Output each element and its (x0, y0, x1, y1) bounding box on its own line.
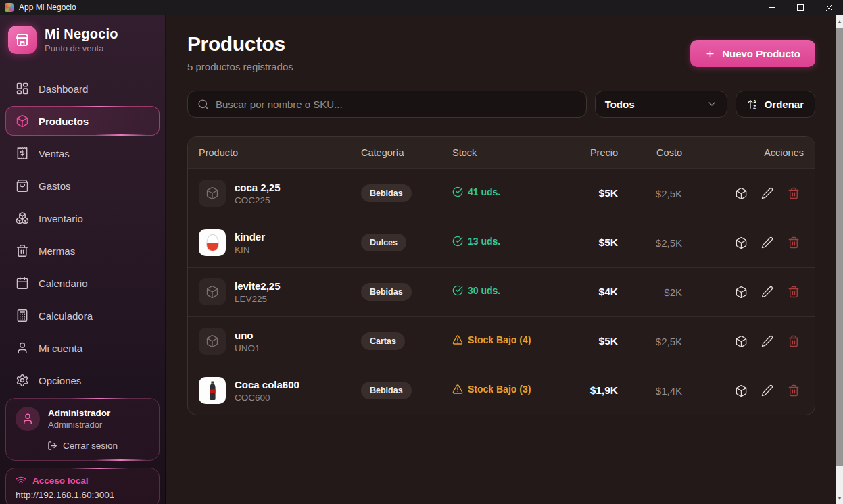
table-row: coca 2,25 COC225 Bebidas 41 uds. $5K $2,… (188, 168, 815, 218)
sort-label: Ordenar (765, 99, 804, 110)
product-sku: UNO1 (235, 343, 260, 353)
sort-button[interactable]: AZ Ordenar (736, 91, 815, 118)
scroll-down-arrow[interactable]: ▼ (836, 493, 843, 503)
brand-subtitle: Punto de venta (45, 43, 118, 53)
user-role: Administrador (48, 420, 110, 430)
sidebar-item-ventas[interactable]: Ventas (5, 138, 160, 168)
stock-package-button[interactable] (731, 282, 751, 302)
stock-text: 13 uds. (468, 236, 500, 247)
svg-text:Z: Z (753, 104, 756, 109)
col-acciones: Acciones (682, 147, 804, 158)
product-placeholder-icon (199, 278, 226, 305)
new-product-button[interactable]: Nuevo Producto (690, 40, 815, 67)
delete-button[interactable] (784, 183, 804, 203)
edit-button[interactable] (757, 331, 777, 351)
product-cost: $2,5K (618, 188, 682, 199)
sidebar-item-label: Gastos (39, 180, 71, 192)
sidebar-item-calculadora[interactable]: Calculadora (5, 301, 160, 330)
table-row: levite2,25 LEV225 Bebidas 30 uds. $4K $2… (188, 267, 815, 316)
kinder-egg-graphic (206, 234, 219, 251)
user-icon (16, 341, 29, 355)
calculator-icon (16, 309, 29, 322)
product-placeholder-icon (199, 180, 226, 207)
close-button[interactable] (815, 0, 843, 15)
warning-triangle-icon (452, 384, 463, 395)
table-row: kinder KIN Dulces 13 uds. $5K $2,5K (188, 218, 815, 267)
check-circle-icon (452, 285, 463, 296)
brand-name: Mi Negocio (45, 26, 118, 42)
product-price: $4K (560, 286, 618, 298)
delete-button[interactable] (784, 232, 804, 253)
search-box (187, 91, 587, 118)
sidebar-item-label: Ventas (39, 148, 70, 159)
delete-button[interactable] (784, 282, 804, 302)
products-table: Producto Categoría Stock Precio Costo Ac… (187, 136, 815, 415)
category-filter-select[interactable]: Todos (595, 91, 727, 118)
product-sku: COC600 (235, 393, 299, 403)
stock-text: Stock Bajo (3) (468, 384, 531, 395)
product-name: coca 2,25 (235, 182, 281, 193)
brand: Mi Negocio Punto de venta (0, 15, 165, 64)
edit-button[interactable] (757, 282, 777, 302)
avatar (16, 407, 40, 431)
user-name: Administrador (48, 408, 110, 418)
stock-text: 30 uds. (468, 285, 500, 296)
stock-package-button[interactable] (731, 331, 751, 351)
logout-button[interactable]: Cerrar sesión (16, 440, 149, 451)
minimize-button[interactable] (758, 0, 786, 15)
sidebar: Mi Negocio Punto de venta Dashboard Prod… (0, 15, 166, 504)
category-badge: Bebidas (361, 382, 412, 399)
sidebar-item-label: Dashboard (39, 83, 88, 95)
sidebar-item-mi-cuenta[interactable]: Mi cuenta (5, 333, 160, 363)
sidebar-item-mermas[interactable]: Mermas (5, 236, 160, 266)
stock-package-button[interactable] (731, 183, 751, 203)
product-image (199, 229, 226, 256)
logout-icon (47, 440, 57, 451)
search-input[interactable] (216, 99, 577, 110)
product-name: levite2,25 (235, 280, 281, 292)
delete-button[interactable] (784, 380, 804, 401)
edit-button[interactable] (757, 183, 777, 203)
edit-button[interactable] (757, 380, 777, 401)
scrollbar[interactable]: ▲ ▼ (836, 15, 843, 504)
sidebar-item-label: Productos (39, 116, 89, 127)
user-card: Administrador Administrador Cerrar sesió… (5, 398, 160, 461)
svg-text:A: A (753, 99, 756, 104)
edit-button[interactable] (757, 232, 777, 253)
stock-status: Stock Bajo (3) (452, 384, 531, 395)
sidebar-item-dashboard[interactable]: Dashboard (5, 74, 160, 103)
maximize-button[interactable] (786, 0, 815, 15)
logout-label: Cerrar sesión (63, 440, 118, 451)
table-row: uno UNO1 Cartas Stock Bajo (4) $5K $2,5K (188, 316, 815, 366)
scrollbar-thumb[interactable] (836, 28, 843, 466)
delete-button[interactable] (784, 331, 804, 351)
category-badge: Cartas (361, 332, 405, 350)
new-product-label: Nuevo Producto (722, 48, 800, 59)
sidebar-item-calendario[interactable]: Calendario (5, 268, 160, 298)
product-name: Coca cola600 (235, 379, 299, 390)
sidebar-item-productos[interactable]: Productos (5, 106, 160, 136)
product-name: kinder (235, 231, 265, 243)
table-body: coca 2,25 COC225 Bebidas 41 uds. $5K $2,… (188, 168, 815, 415)
product-sku: KIN (235, 245, 265, 255)
product-sku: LEV225 (235, 294, 281, 304)
store-icon (8, 26, 37, 54)
page-title: Productos (187, 32, 293, 55)
scroll-up-arrow[interactable]: ▲ (836, 16, 843, 26)
sidebar-nav: Dashboard Productos Ventas Gastos Invent… (0, 71, 165, 398)
trash-icon (16, 244, 29, 257)
sidebar-item-gastos[interactable]: Gastos (5, 171, 160, 201)
product-price: $5K (560, 335, 618, 347)
sidebar-item-opciones[interactable]: Opciones (5, 366, 160, 395)
local-access-card: Acceso local http://192.168.1.60:3001 (5, 468, 160, 504)
stock-package-button[interactable] (731, 380, 751, 401)
product-image (199, 377, 226, 404)
gear-icon (16, 374, 29, 387)
sidebar-item-inventario[interactable]: Inventario (5, 203, 160, 233)
coke-bottle-graphic (209, 381, 216, 401)
plus-icon (705, 49, 715, 59)
stock-package-button[interactable] (731, 232, 751, 253)
app-icon (5, 3, 14, 12)
product-price: $5K (560, 187, 618, 199)
local-access-label: Acceso local (32, 476, 89, 486)
